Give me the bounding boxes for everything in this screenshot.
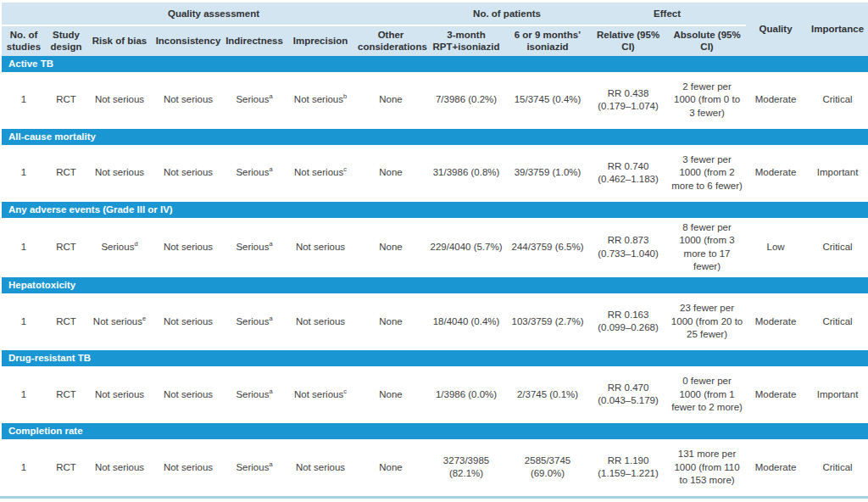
column-header-imprecision: Imprecision [285,25,356,56]
cell-other-considerations: None [356,145,426,202]
cell-text: Not serious [93,316,142,326]
cell-text: Not serious [164,462,213,472]
cell-risk-of-bias: Not serious [86,439,153,496]
cell-inconsistency: Not serious [153,145,224,202]
cell-absolute-ci: 2 fewer per 1000 (from 0 to 3 fewer) [668,72,746,129]
cell-absolute-ci: 131 more per 1000 (from 110 to 153 more) [668,439,746,496]
cell-text: Moderate [755,389,797,399]
footnote-marker: e [142,315,146,322]
cell-imprecision: Not serious [285,218,356,277]
cell-relative-ci: RR 0.163 (0.099–0.268) [588,293,668,350]
cell-text: 7/3986 (0.2%) [436,94,497,104]
footnote-marker: c [343,388,347,395]
cell-text: Not serious [294,167,343,177]
cell-importance: Critical [805,218,868,277]
cell-study-design: RCT [46,439,86,496]
cell-rpt-isoniazid: 31/3986 (0.8%) [426,145,507,202]
cell-absolute-ci: 0 fewer per 1000 (from 1 fewer to 2 more… [668,366,746,423]
cell-risk-of-bias: Not serious [86,145,153,202]
column-header-study-design: Study design [46,25,86,56]
footnote-marker: a [269,93,272,101]
cell-imprecision: Not seriousb [285,72,356,129]
cell-text: RCT [56,167,76,177]
cell-rpt-isoniazid: 229/4040 (5.7%) [426,218,507,277]
cell-isoniazid-6-9-months: 39/3759 (1.0%) [507,145,588,202]
table-row: 1 RCT Not seriouse Not serious Seriousa … [2,293,868,350]
cell-isoniazid-6-9-months: 15/3745 (0.4%) [507,72,588,129]
section-title: Active TB [2,56,868,72]
cell-text: Serious [236,94,269,104]
cell-text: Not serious [164,94,213,104]
cell-other-considerations: None [356,218,426,277]
cell-risk-of-bias: Not serious [86,72,153,129]
cell-other-considerations: None [356,72,426,129]
cell-text: Serious [236,167,269,177]
cell-imprecision: Not seriousc [285,366,356,423]
cell-text: 1 [21,242,26,252]
footnote-marker: c [343,166,347,174]
cell-rpt-isoniazid: 18/4040 (0.4%) [426,293,507,350]
cell-text: None [379,242,403,252]
cell-quality: Moderate [746,145,805,202]
cell-other-considerations: None [356,366,426,423]
cell-text: Moderate [755,167,797,177]
cell-text: Important [817,167,859,177]
cell-relative-ci: RR 0.470 (0.043–5.179) [588,366,668,423]
cell-relative-ci: RR 0.740 (0.462–1.183) [588,145,668,202]
cell-study-design: RCT [46,218,86,277]
cell-rpt-isoniazid: 3273/3985 (82.1%) [426,439,507,496]
cell-text: Not serious [296,316,345,326]
cell-importance: Important [805,366,868,423]
cell-isoniazid-6-9-months: 2585/3745 (69.0%) [507,439,588,496]
cell-risk-of-bias: Not seriouse [86,293,153,350]
cell-text: RCT [56,242,76,252]
table-row: 1 RCT Seriousd Not serious Seriousa Not … [2,218,868,277]
cell-text: 39/3759 (1.0%) [515,167,581,177]
cell-text: 0 fewer per 1000 (from 1 fewer to 2 more… [671,376,743,412]
footnote-marker: a [269,388,272,395]
cell-imprecision: Not serious [285,293,356,350]
cell-text: 2 fewer per 1000 (from 0 to 3 fewer) [674,81,740,118]
footnote-marker: b [343,93,347,101]
cell-text: Moderate [755,462,797,472]
cell-text: RCT [56,94,76,104]
cell-absolute-ci: 8 fewer per 1000 (from 3 more to 17 fewe… [668,218,746,277]
cell-isoniazid-6-9-months: 244/3759 (6.5%) [507,218,588,277]
cell-text: Not serious [296,242,345,252]
cell-isoniazid-6-9-months: 103/3759 (2.7%) [507,293,588,350]
cell-text: Serious [236,389,269,399]
cell-text: RCT [56,462,76,472]
section-header-row: Active TB [2,56,868,72]
cell-text: 103/3759 (2.7%) [512,316,584,326]
cell-text: Critical [822,316,852,326]
section-hepatotoxicity: Hepatotoxicity 1 RCT Not seriouse Not se… [2,277,868,350]
section-title: All-cause mortality [2,129,868,145]
cell-text: RR 0.470 (0.043–5.179) [598,382,659,406]
cell-no-of-studies: 1 [2,145,46,202]
cell-text: Critical [822,242,852,252]
cell-text: RR 0.163 (0.099–0.268) [598,310,659,333]
cell-no-of-studies: 1 [2,293,46,350]
cell-risk-of-bias: Seriousd [86,218,153,277]
cell-text: 3 fewer per 1000 (from 2 more to 6 fewer… [671,154,743,191]
cell-text: 18/4040 (0.4%) [433,316,500,326]
column-header-other-considerations: Other considerations [356,25,426,56]
cell-risk-of-bias: Not serious [86,366,153,423]
cell-study-design: RCT [46,72,86,129]
cell-text: Not serious [296,462,345,472]
cell-indirectness: Seriousa [224,218,285,277]
section-title: Drug-resistant TB [2,350,868,366]
column-header-quality: Quality [746,3,805,56]
table-row: 1 RCT Not serious Not serious Seriousa N… [2,72,868,129]
column-header-absolute-ci: Absolute (95% CI) [668,25,746,56]
cell-indirectness: Seriousa [224,72,285,129]
cell-text: Moderate [755,316,797,326]
cell-text: RR 0.438 (0.179–1.074) [598,88,659,112]
cell-inconsistency: Not serious [153,293,224,350]
group-header-row: Quality assessment No. of patients Effec… [2,3,868,25]
section-title: Any adverse events (Grade III or IV) [2,202,868,218]
cell-text: Not serious [294,94,343,104]
cell-importance: Critical [805,72,868,129]
group-header-effect: Effect [588,3,746,25]
cell-text: 31/3986 (0.8%) [433,167,500,177]
